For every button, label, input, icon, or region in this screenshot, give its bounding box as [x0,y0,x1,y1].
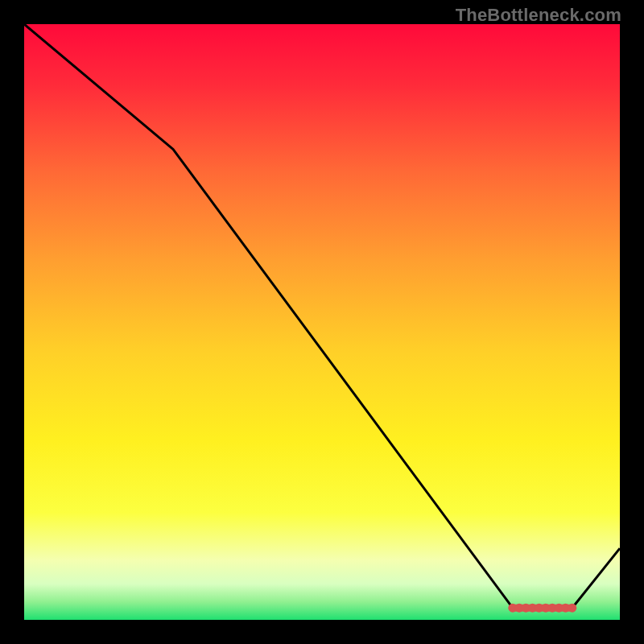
plot-area [24,24,620,620]
chart-frame: TheBottleneck.com [0,0,644,644]
watermark-text: TheBottleneck.com [456,5,621,26]
optimal-marker [568,604,576,613]
chart-svg [24,24,620,620]
gradient-background [24,24,620,620]
